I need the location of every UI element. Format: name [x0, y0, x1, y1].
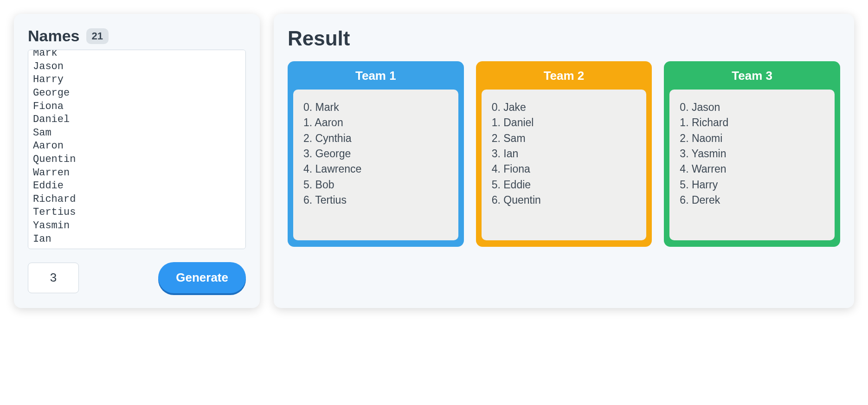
team-header: Team 2 [476, 61, 652, 90]
result-title: Result [288, 27, 840, 50]
generate-button[interactable]: Generate [158, 262, 246, 293]
team-member: 5. Bob [303, 177, 448, 193]
team-member: 0. Jason [680, 100, 824, 115]
team-member: 2. Sam [492, 131, 637, 146]
teams-row: Team 10. Mark1. Aaron2. Cynthia3. George… [288, 61, 840, 247]
team-member: 4. Warren [680, 161, 824, 177]
team-member: 1. Daniel [492, 115, 637, 130]
names-count-badge: 21 [86, 28, 109, 44]
team-member: 4. Lawrence [303, 161, 448, 177]
team-card: Team 20. Jake1. Daniel2. Sam3. Ian4. Fio… [476, 61, 652, 247]
team-count-input[interactable] [28, 263, 79, 293]
controls-row: Generate [28, 262, 246, 293]
team-member: 3. Ian [492, 146, 637, 161]
team-member: 1. Richard [680, 115, 824, 130]
team-card: Team 30. Jason1. Richard2. Naomi3. Yasmi… [664, 61, 840, 247]
team-member: 6. Tertius [303, 193, 448, 208]
team-member: 5. Eddie [492, 177, 637, 193]
team-member: 5. Harry [680, 177, 824, 193]
team-member: 6. Quentin [492, 193, 637, 208]
team-member: 4. Fiona [492, 161, 637, 177]
team-member: 0. Mark [303, 100, 448, 115]
names-header: Names 21 [28, 27, 246, 45]
team-member: 3. Yasmin [680, 146, 824, 161]
team-header: Team 3 [664, 61, 840, 90]
team-member: 2. Cynthia [303, 131, 448, 146]
team-member: 1. Aaron [303, 115, 448, 130]
team-body: 0. Jason1. Richard2. Naomi3. Yasmin4. Wa… [669, 90, 835, 240]
team-member: 2. Naomi [680, 131, 824, 146]
names-panel: Names 21 Generate [14, 14, 260, 308]
team-body: 0. Jake1. Daniel2. Sam3. Ian4. Fiona5. E… [482, 90, 647, 240]
names-textarea[interactable] [28, 50, 246, 249]
names-title: Names [28, 27, 80, 45]
team-member: 0. Jake [492, 100, 637, 115]
team-member: 6. Derek [680, 193, 824, 208]
result-panel: Result Team 10. Mark1. Aaron2. Cynthia3.… [274, 14, 854, 308]
team-header: Team 1 [288, 61, 464, 90]
team-body: 0. Mark1. Aaron2. Cynthia3. George4. Law… [293, 90, 458, 240]
team-card: Team 10. Mark1. Aaron2. Cynthia3. George… [288, 61, 464, 247]
team-member: 3. George [303, 146, 448, 161]
